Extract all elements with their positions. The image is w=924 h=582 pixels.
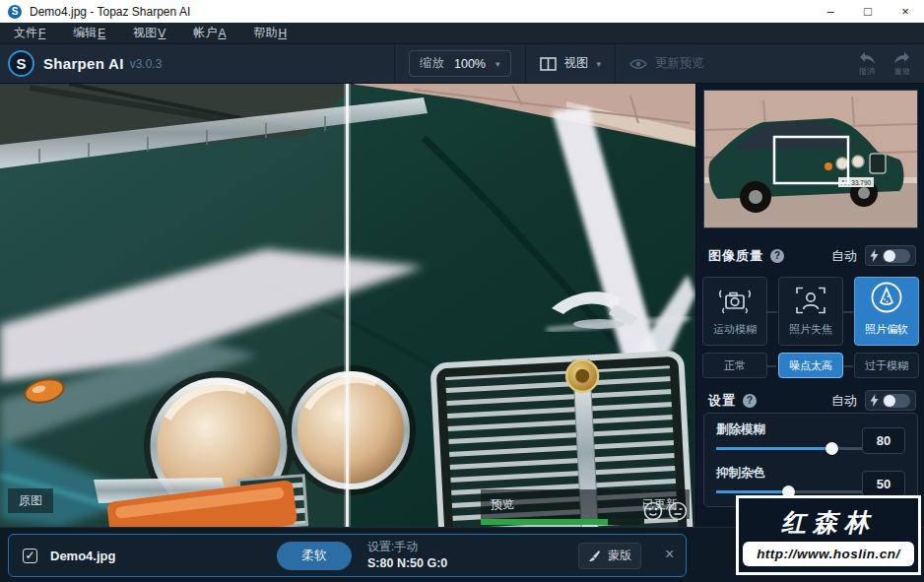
app-name: Sharpen AI <box>43 55 124 72</box>
lightning-icon <box>870 394 879 407</box>
eye-icon <box>629 58 647 70</box>
toggle-track <box>883 394 910 408</box>
quality-options: 正常 噪点太高 过于模糊 <box>702 353 919 378</box>
option-very-blurry-button[interactable]: 过于模糊 <box>854 353 919 378</box>
file-name: Demo4.jpg <box>50 549 115 563</box>
suppress-noise-value[interactable]: 50 <box>862 471 905 497</box>
zoom-label: 缩放 <box>420 55 444 72</box>
title-bar: S Demo4.jpg - Topaz Sharpen AI – □ × <box>0 0 924 23</box>
mode-motion-blur-button[interactable]: 运动模糊 <box>702 277 767 346</box>
minimize-button[interactable]: – <box>812 0 849 23</box>
preview-group: 更新预览 <box>615 44 802 84</box>
soft-mode-button[interactable]: 柔软 <box>277 542 352 570</box>
settings-values-text: S:80 N:50 G:0 <box>367 555 447 572</box>
mode-out-of-focus-button[interactable]: 照片失焦 <box>778 277 843 346</box>
preview-label: 预览 <box>491 496 514 513</box>
settings-card: 删除模糊 80 抑制杂色 50 <box>703 413 918 507</box>
menu-account[interactable]: 帐户A <box>179 23 239 44</box>
settings-auto-toggle[interactable] <box>865 390 916 411</box>
menu-file[interactable]: 文件F <box>0 23 59 44</box>
undo-button[interactable]: 撤消 <box>857 51 877 77</box>
watermark-name: 红森林 <box>739 506 918 539</box>
zoom-dropdown[interactable]: 缩放 100% ▾ <box>409 50 511 77</box>
chevron-down-icon: ▾ <box>495 59 500 69</box>
menu-edit[interactable]: 编辑E <box>59 23 119 44</box>
neutral-face-feedback-icon[interactable] <box>668 501 688 521</box>
file-checkbox[interactable]: ✓ <box>23 549 37 563</box>
image-canvas[interactable]: 原图 预览 已更新 <box>0 84 695 527</box>
update-preview-button[interactable]: 更新预览 <box>629 55 704 72</box>
history-controls: 撤消 重做 <box>857 51 924 77</box>
settings-header: 设置 ? 自动 <box>708 390 916 411</box>
settings-auto-label: 自动 <box>831 392 857 410</box>
quality-auto-toggle[interactable] <box>865 245 916 266</box>
chevron-down-icon: ▾ <box>597 59 602 69</box>
redo-button[interactable]: 重做 <box>892 51 912 77</box>
menu-view[interactable]: 视图V <box>119 23 179 44</box>
brush-icon <box>588 550 601 562</box>
remove-file-icon[interactable]: × <box>665 546 674 563</box>
watermark-url: http://www.hoslin.cn/ <box>743 542 914 566</box>
maximize-button[interactable]: □ <box>849 0 887 23</box>
option-very-noisy-button[interactable]: 噪点太高 <box>778 353 843 378</box>
update-preview-label: 更新预览 <box>655 55 704 72</box>
navigator-thumbnail[interactable]: AX 33.790 <box>703 90 918 228</box>
toggle-track <box>883 249 910 263</box>
thumbnail-image: AX 33.790 <box>704 91 917 227</box>
remove-blur-slider-row: 删除模糊 80 <box>716 421 905 461</box>
quality-modes: 运动模糊 照片失焦 <box>702 277 919 346</box>
preview-progress <box>481 519 644 525</box>
settings-title: 设置 <box>708 392 736 410</box>
close-button[interactable]: × <box>887 0 924 23</box>
lightning-icon <box>870 249 879 262</box>
focus-person-icon <box>796 287 825 314</box>
option-normal-button[interactable]: 正常 <box>702 353 767 378</box>
split-view-icon <box>540 57 557 71</box>
toggle-knob <box>884 395 895 407</box>
watermark: 红森林 http://www.hoslin.cn/ <box>736 495 921 575</box>
original-label: 原图 <box>8 488 53 513</box>
soft-drop-icon <box>870 281 903 314</box>
car-photo <box>0 84 695 527</box>
window-title: Demo4.jpg - Topaz Sharpen AI <box>30 5 190 19</box>
mode-too-soft-button[interactable]: 照片偏软 <box>854 277 919 346</box>
slider-knob[interactable] <box>825 442 838 455</box>
menu-help[interactable]: 帮助H <box>239 23 300 44</box>
brand: S Sharpen AI v3.0.3 <box>0 50 394 77</box>
quality-auto-label: 自动 <box>831 247 857 265</box>
quality-header: 图像质量 ? 自动 <box>708 245 916 266</box>
app-icon: S <box>8 5 22 19</box>
remove-blur-slider[interactable] <box>716 447 862 450</box>
happy-face-feedback-icon[interactable] <box>643 501 663 521</box>
right-panel: AX 33.790 图像质量 ? 自动 <box>695 84 924 527</box>
view-label: 视图 <box>564 55 589 72</box>
view-dropdown[interactable]: 视图 ▾ <box>540 55 602 72</box>
mask-button[interactable]: 蒙版 <box>578 543 641 569</box>
help-icon[interactable]: ? <box>743 394 757 408</box>
zoom-group: 缩放 100% ▾ <box>394 44 525 84</box>
toolbar: S Sharpen AI v3.0.3 缩放 100% ▾ 视图 ▾ <box>0 44 924 84</box>
menu-bar: 文件F 编辑E 视图V 帐户A 帮助H <box>0 23 924 44</box>
app-version: v3.0.3 <box>130 57 163 71</box>
help-icon[interactable]: ? <box>770 249 784 263</box>
toggle-knob <box>884 250 895 262</box>
file-row[interactable]: ✓ Demo4.jpg 柔软 设置:手动 S:80 N:50 G:0 蒙版 × <box>8 534 687 577</box>
undo-icon <box>857 51 877 65</box>
preview-progress-fill <box>481 519 608 525</box>
quality-title: 图像质量 <box>708 247 763 265</box>
sharpen-ai-window: S Demo4.jpg - Topaz Sharpen AI – □ × 文件F… <box>0 0 924 582</box>
settings-mode-text: 设置:手动 <box>367 539 447 555</box>
view-group: 视图 ▾ <box>525 44 616 84</box>
motion-blur-camera-icon <box>718 289 752 314</box>
redo-icon <box>892 51 912 65</box>
file-settings-summary: 设置:手动 S:80 N:50 G:0 <box>367 539 447 572</box>
suppress-noise-slider[interactable] <box>716 490 862 493</box>
sharpen-ai-logo-icon: S <box>8 50 34 77</box>
zoom-value: 100% <box>454 57 486 71</box>
remove-blur-value[interactable]: 80 <box>862 427 905 454</box>
checkmark-icon: ✓ <box>25 549 34 562</box>
